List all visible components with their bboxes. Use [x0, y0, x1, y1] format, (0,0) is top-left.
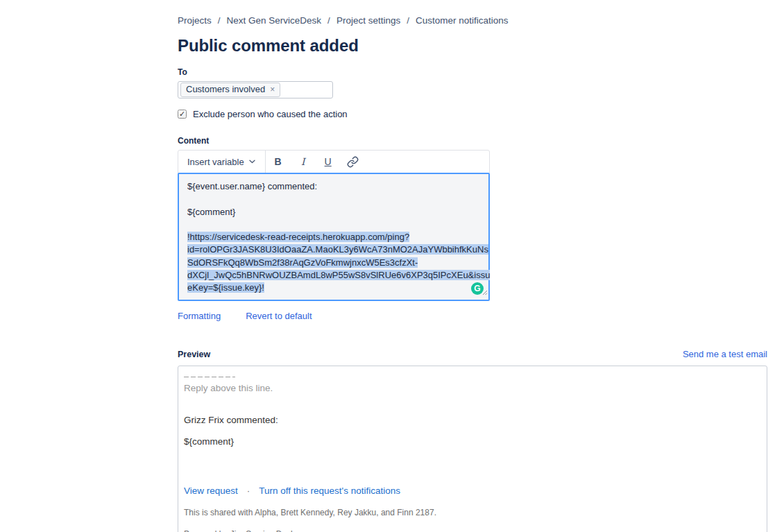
insert-variable-label: Insert variable	[187, 157, 244, 167]
to-label: To	[178, 67, 767, 77]
remove-tag-icon[interactable]: ×	[270, 85, 275, 94]
page-title: Public comment added	[178, 36, 767, 55]
chevron-down-icon	[249, 160, 255, 164]
content-label: Content	[178, 136, 767, 146]
turn-off-notifications-link[interactable]: Turn off this request's notifications	[259, 486, 400, 496]
resize-handle-icon[interactable]	[482, 286, 488, 299]
editor-line: ${comment}	[187, 206, 480, 218]
recipient-tag-label: Customers involved	[186, 84, 265, 95]
link-button[interactable]	[341, 156, 366, 168]
view-request-link[interactable]: View request	[184, 486, 238, 496]
editor-links: Formatting Revert to default	[178, 311, 490, 321]
editor-line: SdORSFkQq8WbSm2f38rAqGzVoFkmwjnxcW5Es3cf…	[187, 257, 480, 269]
exclude-person-label: Exclude person who caused the action	[193, 109, 348, 119]
breadcrumb: Projects / Next Gen ServiceDesk / Projec…	[178, 15, 767, 26]
reply-separator-line	[184, 377, 235, 377]
editor-line: eKey=${issue.key}!	[187, 282, 480, 294]
links-separator-dot: ·	[247, 486, 250, 496]
italic-button[interactable]: I	[291, 156, 316, 167]
email-footer-links: View request · Turn off this request's n…	[184, 486, 761, 496]
preview-label: Preview	[178, 350, 210, 359]
breadcrumb-separator: /	[407, 15, 409, 26]
breadcrumb-customer-notifications[interactable]: Customer notifications	[416, 15, 509, 26]
shared-with-note: This is shared with Alpha, Brett Kennedy…	[184, 508, 761, 517]
insert-variable-dropdown[interactable]: Insert variable	[187, 157, 255, 167]
breadcrumb-project-settings[interactable]: Project settings	[336, 15, 400, 26]
breadcrumb-projects[interactable]: Projects	[178, 15, 212, 26]
editor-line: ${event.user.name} commented:	[187, 180, 480, 193]
bold-button[interactable]: B	[266, 156, 291, 167]
comment-variable-text: ${comment}	[184, 436, 761, 447]
editor-line	[187, 218, 480, 231]
commented-text: Grizz Frix commented:	[184, 415, 761, 425]
underline-button[interactable]: U	[316, 156, 341, 167]
preview-section: Preview Send me a test email Reply above…	[178, 349, 767, 532]
editor-line	[187, 193, 480, 205]
editor-toolbar: Insert variable B I U	[178, 150, 490, 173]
reply-hint-text: Reply above this line.	[184, 383, 761, 393]
formatting-link[interactable]: Formatting	[178, 311, 221, 321]
customer-notifications-page: Projects / Next Gen ServiceDesk / Projec…	[0, 0, 784, 532]
powered-by-text: Powered by Jira Service Desk	[184, 529, 761, 532]
content-textarea-lines: ${event.user.name} commented: ${comment}…	[187, 180, 480, 295]
editor-line: !https://servicedesk-read-receipts.herok…	[187, 231, 480, 243]
send-test-email-link[interactable]: Send me a test email	[683, 349, 767, 359]
content-textarea[interactable]: ${event.user.name} commented: ${comment}…	[178, 173, 490, 301]
preview-header: Preview Send me a test email	[178, 349, 767, 359]
exclude-person-checkbox[interactable]: ✓	[178, 110, 187, 119]
link-icon	[347, 156, 359, 168]
email-preview-box: Reply above this line. Grizz Frix commen…	[178, 366, 767, 532]
content-editor: Insert variable B I U ${event.user.name}…	[178, 150, 490, 321]
editor-line: dXCjl_JwQc5hBNRwOUZBAmdL8wP55wS8vSlRUe6v…	[187, 269, 480, 282]
breadcrumb-separator: /	[327, 15, 330, 26]
recipient-tag[interactable]: Customers involved ×	[180, 83, 280, 97]
revert-to-default-link[interactable]: Revert to default	[246, 311, 312, 321]
breadcrumb-project[interactable]: Next Gen ServiceDesk	[227, 15, 322, 26]
editor-line: id=rolOPGr3JASK8U3IdOaaZA.MaoKL3y6WcA73n…	[187, 243, 480, 256]
breadcrumb-separator: /	[218, 15, 221, 26]
exclude-person-row[interactable]: ✓ Exclude person who caused the action	[178, 109, 767, 119]
to-input[interactable]: Customers involved ×	[178, 81, 333, 98]
